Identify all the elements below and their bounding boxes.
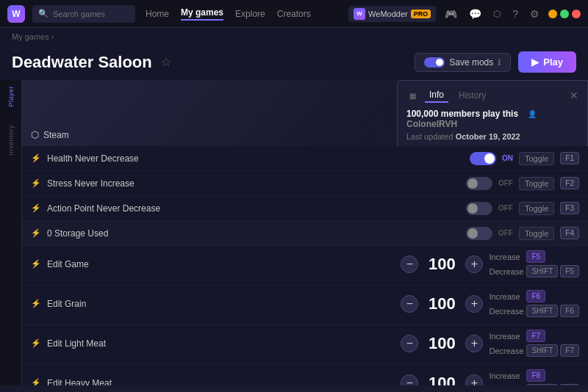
increase-key-row: Increase F6 [489, 290, 579, 302]
search-input[interactable] [53, 10, 129, 18]
nav-links: Home My games Explore Creators [146, 7, 311, 21]
stepper-value-edit-game: 100 [424, 255, 459, 274]
save-mods-button[interactable]: Save mods ℹ [415, 53, 511, 72]
decrease-modifier: SHIFT [526, 305, 558, 317]
increase-button-edit-heavy-meat[interactable]: + [465, 374, 483, 386]
discord-icon[interactable]: ⬡ [490, 7, 503, 21]
lightning-icon: ⚡ [31, 178, 41, 188]
info-close-button[interactable]: ✕ [570, 90, 578, 101]
create-shortcut-link[interactable]: Create desktop shortcut › [406, 145, 578, 146]
username: WeModder [368, 10, 408, 18]
close-button[interactable] [572, 10, 581, 18]
game-header: Deadwater Saloon ☆ Save mods ℹ ▶ Play [0, 46, 588, 80]
increase-label: Increase [489, 253, 524, 261]
tab-history[interactable]: History [454, 89, 490, 102]
increase-button-edit-game[interactable]: + [465, 255, 483, 273]
mod-name-edit-heavy-meat: Edit Heavy Meat [47, 378, 395, 386]
lightning-icon: ⚡ [31, 299, 41, 308]
nav-my-games[interactable]: My games [181, 7, 223, 21]
nav-explore[interactable]: Explore [235, 9, 265, 19]
controller-icon[interactable]: 🎮 [442, 7, 460, 21]
search-box[interactable]: 🔍 [32, 5, 135, 23]
stepper-main-edit-light-meat: ⚡ Edit Light Meat − 100 + Increase F7 De… [31, 330, 579, 357]
save-mods-toggle[interactable] [424, 57, 445, 68]
steam-label: Steam [43, 130, 69, 140]
stepper-value-edit-grain: 100 [424, 294, 459, 313]
tab-info[interactable]: Info [425, 88, 448, 103]
minimize-button[interactable] [548, 10, 557, 18]
stepper-main-edit-grain: ⚡ Edit Grain − 100 + Increase F6 Decreas… [31, 290, 579, 317]
game-area: ⬡ Steam ▦ Info History ✕ 100,000 members… [22, 80, 588, 146]
mod-row-storage: ⚡ 0 Storage Used OFF Toggle F4 [22, 221, 588, 246]
increase-button-edit-light-meat[interactable]: + [465, 335, 483, 352]
mod-toggle-health[interactable] [470, 152, 496, 165]
mod-name-edit-light-meat: Edit Light Meat [47, 338, 395, 349]
toggle-key-stress[interactable]: Toggle [519, 177, 554, 190]
breadcrumb-text: My games › [12, 32, 54, 41]
mod-toggle-action[interactable] [466, 202, 492, 215]
nav-creators[interactable]: Creators [277, 9, 311, 19]
info-grid-icon: ▦ [406, 90, 419, 101]
increase-button-edit-grain[interactable]: + [465, 295, 483, 313]
decrease-key: F7 [560, 344, 579, 357]
pro-badge: PRO [411, 10, 431, 18]
key-f2: F2 [560, 177, 579, 189]
key-f4: F4 [560, 227, 579, 239]
save-mods-label: Save mods [449, 57, 493, 68]
decrease-modifier: SHIFT [526, 265, 558, 277]
stepper-value-edit-heavy-meat: 100 [424, 374, 459, 386]
stepper-value-edit-light-meat: 100 [424, 334, 459, 353]
toggle-key-storage[interactable]: Toggle [519, 227, 554, 240]
search-icon: 🔍 [38, 9, 49, 18]
info-username: ColonelRVH [406, 119, 457, 129]
last-updated-date: October 19, 2022 [456, 132, 520, 141]
play-icon: ▶ [531, 57, 539, 68]
increase-key: F6 [526, 290, 545, 302]
play-button[interactable]: ▶ Play [518, 51, 576, 73]
increase-label: Increase [489, 292, 524, 301]
lightning-icon: ⚡ [31, 378, 41, 385]
info-tabs-row: ▦ Info History ✕ [406, 88, 578, 103]
decrease-button-edit-light-meat[interactable]: − [401, 335, 418, 352]
decrease-label: Decrease [489, 307, 524, 316]
toggle-off-label-stress: OFF [498, 179, 513, 187]
favorite-icon[interactable]: ☆ [161, 55, 171, 69]
lightning-icon: ⚡ [31, 153, 41, 163]
help-icon[interactable]: ? [509, 7, 521, 21]
stepper-keys-edit-heavy-meat: Increase F8 Decrease SHIFT F8 [489, 369, 579, 385]
decrease-key: F6 [560, 305, 579, 317]
decrease-button-edit-grain[interactable]: − [401, 295, 418, 313]
mod-toggle-storage[interactable] [466, 227, 492, 240]
decrease-button-edit-heavy-meat[interactable]: − [401, 374, 418, 386]
stepper-main-edit-game: ⚡ Edit Game − 100 + Increase F5 Decrease… [31, 250, 579, 277]
settings-icon[interactable]: ⚙ [527, 7, 542, 21]
main-layout: Player Inventory ⬡ Steam ▦ Info History … [0, 80, 588, 385]
sidebar-tab-inventory[interactable]: Inventory [7, 125, 15, 156]
content-area: ⬡ Steam ▦ Info History ✕ 100,000 members… [22, 80, 588, 385]
steam-icon: ⬡ [31, 129, 39, 140]
toggle-key-action[interactable]: Toggle [519, 202, 554, 215]
mod-toggle-stress[interactable] [466, 177, 492, 190]
toggle-key-health[interactable]: Toggle [519, 152, 554, 165]
sidebar-tab-player[interactable]: Player [7, 86, 15, 107]
maximize-button[interactable] [560, 10, 569, 18]
decrease-button-edit-game[interactable]: − [401, 255, 418, 273]
info-user-icon: 👤 [528, 110, 537, 118]
mod-row-health: ⚡ Health Never Decrease ON Toggle F1 [22, 146, 588, 171]
mod-name-health: Health Never Decrease [47, 153, 464, 164]
members-count: 100,000 [406, 109, 438, 119]
decrease-key-row: Decrease SHIFT F8 [489, 384, 579, 385]
mod-row-edit-light-meat: ⚡ Edit Light Meat − 100 + Increase F7 De… [22, 325, 588, 365]
user-badge: W WeModder PRO [348, 6, 436, 22]
mod-row-edit-game: ⚡ Edit Game − 100 + Increase F5 Decrease… [22, 246, 588, 286]
game-title: Deadwater Saloon [12, 53, 152, 72]
game-source-row: ⬡ Steam [31, 129, 69, 140]
lightning-icon: ⚡ [31, 203, 41, 213]
members-text: members play this [441, 109, 518, 119]
lightning-icon: ⚡ [31, 338, 41, 348]
wm-logo: W [354, 8, 365, 20]
chat-icon[interactable]: 💬 [466, 7, 484, 21]
key-f3: F3 [560, 202, 579, 214]
nav-home[interactable]: Home [146, 9, 169, 19]
top-nav: W 🔍 Home My games Explore Creators W WeM… [0, 0, 588, 28]
